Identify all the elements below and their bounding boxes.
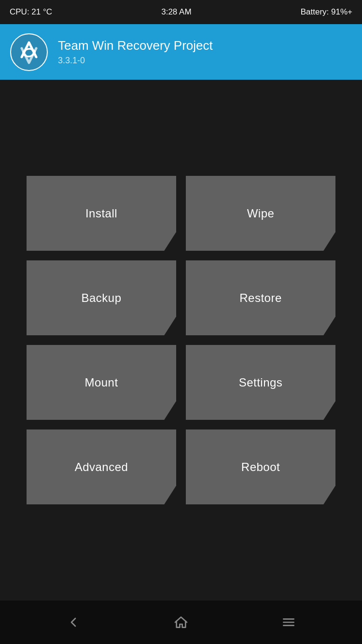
- advanced-button[interactable]: Advanced: [27, 429, 176, 504]
- app-version: 3.3.1-0: [58, 56, 213, 66]
- svg-point-0: [11, 34, 47, 71]
- status-bar: CPU: 21 °C 3:28 AM Battery: 91%+: [0, 0, 362, 24]
- button-row-4: Advanced Reboot: [14, 429, 348, 504]
- app-header: Team Win Recovery Project 3.3.1-0: [0, 24, 362, 80]
- wipe-button[interactable]: Wipe: [186, 176, 335, 251]
- header-text-block: Team Win Recovery Project 3.3.1-0: [58, 38, 213, 65]
- mount-button[interactable]: Mount: [27, 345, 176, 420]
- install-button[interactable]: Install: [27, 176, 176, 251]
- menu-nav-button[interactable]: [274, 608, 303, 637]
- install-label: Install: [85, 207, 117, 220]
- restore-label: Restore: [239, 291, 282, 305]
- nav-bar: [0, 601, 362, 644]
- advanced-label: Advanced: [75, 460, 128, 474]
- wipe-label: Wipe: [247, 207, 275, 220]
- restore-button[interactable]: Restore: [186, 260, 335, 335]
- reboot-label: Reboot: [241, 460, 280, 474]
- app-title: Team Win Recovery Project: [58, 38, 213, 53]
- app-logo: [10, 33, 48, 72]
- cpu-status: CPU: 21 °C: [10, 7, 52, 17]
- settings-label: Settings: [239, 376, 283, 389]
- settings-button[interactable]: Settings: [186, 345, 335, 420]
- backup-button[interactable]: Backup: [27, 260, 176, 335]
- back-nav-button[interactable]: [59, 608, 88, 637]
- button-row-1: Install Wipe: [14, 176, 348, 251]
- main-content: Install Wipe Backup Restore Mount Settin…: [0, 80, 362, 601]
- button-row-3: Mount Settings: [14, 345, 348, 420]
- button-row-2: Backup Restore: [14, 260, 348, 335]
- battery-status: Battery: 91%+: [301, 7, 352, 17]
- time-display: 3:28 AM: [161, 7, 191, 17]
- mount-label: Mount: [84, 376, 118, 389]
- backup-label: Backup: [81, 291, 121, 305]
- reboot-button[interactable]: Reboot: [186, 429, 335, 504]
- home-nav-button[interactable]: [167, 608, 195, 637]
